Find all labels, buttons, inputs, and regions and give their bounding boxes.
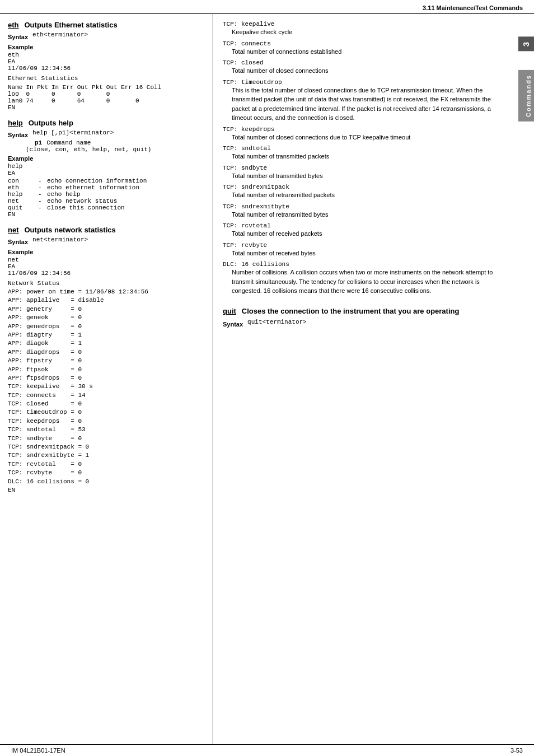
tcp-sndbyte-desc: Total number of transmitted bytes <box>232 171 504 181</box>
section-label-badge: Commands <box>518 70 534 122</box>
net-data-8: APP: diagdrops = 0 <box>8 348 204 357</box>
tcp-keepalive-code: TCP: keepalive <box>223 21 504 27</box>
tcp-entry-sndrexmitpack: TCP: sndrexmitpack Total number of retra… <box>223 184 504 200</box>
net-data-13: TCP: connects = 14 <box>8 391 204 400</box>
tcp-connects-desc: Total number of connections established <box>232 47 504 57</box>
left-column: eth Outputs Ethernet statistics Syntax e… <box>0 14 213 744</box>
net-syntax-value: net<terminator> <box>32 236 88 246</box>
stat-col-outpkt: Out Pkt <box>77 84 106 91</box>
net-cmd-name: net <box>8 226 19 234</box>
net-example-label: Example <box>8 249 204 255</box>
stat-col-inerr: In Err <box>51 84 77 91</box>
help-section-title: help Outputs help <box>8 119 204 127</box>
net-data-15: TCP: timeoutdrop = 0 <box>8 408 204 417</box>
stat-lo0-name: lo0 <box>8 91 26 97</box>
help-entries-table: con-echo connection information eth-echo… <box>8 178 204 211</box>
quit-section: quit Closes the connection to the instru… <box>223 307 504 329</box>
net-data-3: APP: genetry = 0 <box>8 305 204 314</box>
tcp-entry-closed: TCP: closed Total number of closed conne… <box>223 59 504 76</box>
net-data-2: APP: applalive = disable <box>8 296 204 305</box>
tcp-entry-sndtotal: TCP: sndtotal Total number of transmitte… <box>223 145 504 161</box>
stat-lo0-16coll <box>135 91 165 97</box>
help-p1-options: (close, con, eth, help, net, quit) <box>26 146 204 153</box>
help-en: EN <box>8 211 204 218</box>
stat-row-lan0: lan0 74 0 64 0 0 <box>8 97 165 104</box>
net-data-17: TCP: sndtotal = 53 <box>8 426 204 434</box>
help-entry-help: help-echo help <box>8 191 204 198</box>
stat-col-name: Name <box>8 84 26 91</box>
eth-example-line1: eth <box>8 52 204 58</box>
stat-lo0-outerr: 0 <box>106 91 135 97</box>
net-data-6: APP: diagtry = 1 <box>8 331 204 339</box>
tcp-rcvtotal-code: TCP: rcvtotal <box>223 222 504 229</box>
eth-example-label: Example <box>8 44 204 50</box>
net-data-9: APP: ftpstry = 0 <box>8 357 204 365</box>
help-example-help: help <box>8 163 204 170</box>
net-ex-net: net <box>8 256 204 263</box>
help-cmd-name: help <box>8 119 23 127</box>
eth-en: EN <box>8 104 204 111</box>
tcp-sndrexmitbyte-desc: Total number of retransmitted bytes <box>232 210 504 220</box>
tcp-entries-block: TCP: keepalive Keepalive check cycle TCP… <box>223 21 524 329</box>
tcp-sndbyte-code: TCP: sndbyte <box>223 165 504 171</box>
tcp-entry-connects: TCP: connects Total number of connection… <box>223 40 504 57</box>
stat-col-inpkt: In Pkt <box>26 84 51 91</box>
tcp-sndrexmitpack-code: TCP: sndrexmitpack <box>223 184 504 190</box>
tcp-entry-keepalive: TCP: keepalive Keepalive check cycle <box>223 21 504 37</box>
net-data-10: APP: ftpsok = 0 <box>8 366 204 374</box>
eth-syntax-value: eth<terminator> <box>32 31 88 41</box>
tcp-dlc16-code: DLC: 16 collisions <box>223 261 504 268</box>
help-example-label: Example <box>8 155 204 162</box>
stat-lo0-inpkt: 0 <box>26 91 51 97</box>
help-cmd-desc: Outputs help <box>29 119 73 127</box>
tcp-keepalive-desc: Keepalive check cycle <box>232 27 504 37</box>
tcp-rcvbyte-desc: Total number of received bytes <box>232 249 504 258</box>
net-data-19: TCP: sndrexmitpack = 0 <box>8 443 204 451</box>
help-entry-con: con-echo connection information <box>8 178 204 184</box>
stat-lan0-16coll: 0 <box>135 97 165 104</box>
quit-syntax-value: quit<terminator> <box>247 319 307 329</box>
tcp-keepdrops-code: TCP: keepdrops <box>223 126 504 133</box>
help-entry-net: net-echo network status <box>8 198 204 204</box>
net-data-block: APP: power on time = 11/06/08 12:34:56 A… <box>8 288 204 494</box>
quit-cmd-desc: Closes the connection to the instrument … <box>242 307 460 315</box>
help-section: help Outputs help Syntax help [,p1]<term… <box>8 119 204 218</box>
tcp-entry-rcvtotal: TCP: rcvtotal Total number of received p… <box>223 222 504 239</box>
tcp-connects-code: TCP: connects <box>223 40 504 47</box>
help-entry-quit: quit-close this connection <box>8 204 204 211</box>
section-number-badge: 3 <box>518 36 534 51</box>
tcp-entry-keepdrops: TCP: keepdrops Total number of closed co… <box>223 126 504 142</box>
stat-col-outerr: Out Err <box>106 84 135 91</box>
footer-right: 3-53 <box>510 747 523 754</box>
net-data-11: APP: ftpsdrops = 0 <box>8 374 204 382</box>
eth-cmd-desc: Outputs Ethernet statistics <box>25 21 118 29</box>
net-data-en: EN <box>8 486 204 494</box>
help-syntax-label: Syntax <box>8 132 28 138</box>
tcp-rcvtotal-desc: Total number of received packets <box>232 229 504 239</box>
net-data-22: TCP: rcvbyte = 0 <box>8 469 204 477</box>
page-footer: IM 04L21B01-17EN 3-53 <box>0 744 534 756</box>
net-data-18: TCP: sndbyte = 0 <box>8 435 204 443</box>
eth-syntax-label: Syntax <box>8 34 28 40</box>
stat-lan0-name: lan0 <box>8 97 26 104</box>
tcp-sndtotal-code: TCP: sndtotal <box>223 145 504 152</box>
tcp-entry-sndrexmitbyte: TCP: sndrexmitbyte Total number of retra… <box>223 203 504 220</box>
stat-header-row: Name In Pkt In Err Out Pkt Out Err 16 Co… <box>8 84 165 91</box>
tcp-rcvbyte-code: TCP: rcvbyte <box>223 242 504 249</box>
eth-section-title: eth Outputs Ethernet statistics <box>8 21 204 29</box>
eth-section: eth Outputs Ethernet statistics Syntax e… <box>8 21 204 111</box>
tcp-timeoutdrop-desc: This is the total number of closed conne… <box>232 86 504 123</box>
stat-row-lo0: lo0 0 0 0 0 <box>8 91 165 97</box>
net-data-12: TCP: keepalive = 30 s <box>8 382 204 391</box>
quit-cmd-name: quit <box>223 307 236 315</box>
net-cmd-desc: Outputs network statistics <box>25 226 116 234</box>
tcp-sndrexmitpack-desc: Total number of retransmitted packets <box>232 190 504 200</box>
tcp-entry-sndbyte: TCP: sndbyte Total number of transmitted… <box>223 165 504 181</box>
tcp-entry-rcvbyte: TCP: rcvbyte Total number of received by… <box>223 242 504 258</box>
tcp-entry-dlc16: DLC: 16 collisions Number of collisions.… <box>223 261 504 296</box>
tcp-closed-code: TCP: closed <box>223 59 504 66</box>
page-header: 3.11 Maintenance/Test Commands <box>0 0 534 14</box>
net-syntax-label: Syntax <box>8 239 28 245</box>
eth-example-line3: 11/06/09 12:34:56 <box>8 65 204 72</box>
stat-lan0-inpkt: 74 <box>26 97 51 104</box>
